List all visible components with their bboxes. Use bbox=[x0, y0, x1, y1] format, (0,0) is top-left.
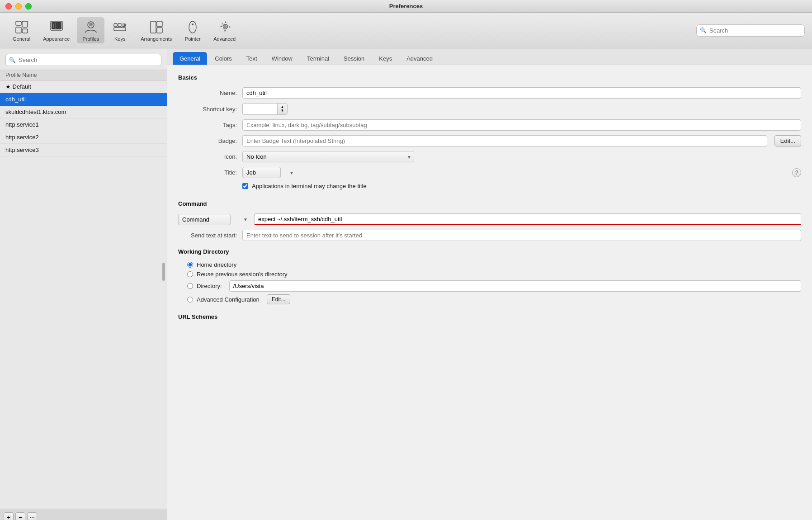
icon-row: Icon: No Icon ▼ bbox=[178, 151, 801, 162]
command-input-row: Login Shell Command Custom Shell ▼ bbox=[178, 213, 801, 225]
wd-directory-input[interactable] bbox=[229, 280, 801, 292]
toolbar-item-appearance-label: Appearance bbox=[43, 36, 70, 42]
tab-window[interactable]: Window bbox=[265, 52, 299, 65]
title-select-arrow: ▼ bbox=[289, 170, 294, 175]
badge-edit-button[interactable]: Edit... bbox=[774, 135, 801, 147]
svg-rect-17 bbox=[157, 28, 162, 33]
profiles-icon bbox=[83, 19, 99, 35]
icon-select-container: No Icon ▼ bbox=[242, 151, 414, 162]
title-select[interactable]: Job Name Session Custom bbox=[242, 167, 281, 178]
send-text-row: Send text at start: bbox=[178, 230, 801, 241]
wd-advanced-label: Advanced Configuration bbox=[197, 296, 260, 303]
apps-change-title-checkbox[interactable] bbox=[242, 183, 248, 189]
wd-advanced-radio[interactable] bbox=[187, 297, 193, 303]
working-dir-section-title: Working Directory bbox=[178, 248, 801, 255]
name-row: Name: bbox=[178, 87, 801, 99]
toolbar-item-appearance[interactable]: Appearance bbox=[38, 17, 75, 43]
wd-reuse-row: Reuse previous session's directory bbox=[187, 271, 801, 278]
name-input[interactable] bbox=[242, 87, 801, 99]
svg-rect-13 bbox=[114, 28, 126, 31]
profile-item-http-service2[interactable]: http.service2 bbox=[0, 131, 167, 144]
more-profile-options-button[interactable]: ⋯ bbox=[27, 512, 37, 520]
sidebar: 🔍 Profile Name ★ Default cdh_util skuldc… bbox=[0, 48, 167, 520]
svg-point-18 bbox=[189, 21, 196, 33]
wd-home-radio[interactable] bbox=[187, 262, 193, 268]
window-controls[interactable] bbox=[5, 3, 32, 9]
command-type-select[interactable]: Login Shell Command Custom Shell bbox=[178, 214, 231, 225]
svg-rect-3 bbox=[22, 29, 28, 33]
tab-keys[interactable]: Keys bbox=[372, 52, 399, 65]
tab-session[interactable]: Session bbox=[337, 52, 371, 65]
tab-colors[interactable]: Colors bbox=[208, 52, 239, 65]
shortcut-key-row: Shortcut key: ▲ ▼ bbox=[178, 103, 801, 115]
appearance-icon bbox=[48, 19, 65, 35]
toolbar-item-arrangements-label: Arrangements bbox=[141, 36, 172, 42]
wd-reuse-label: Reuse previous session's directory bbox=[197, 271, 287, 278]
tab-advanced[interactable]: Advanced bbox=[400, 52, 439, 65]
wd-advanced-edit-button[interactable]: Edit... bbox=[267, 294, 291, 304]
general-icon bbox=[14, 19, 30, 35]
tab-general[interactable]: General bbox=[173, 52, 207, 65]
svg-rect-7 bbox=[55, 22, 56, 29]
right-panel: General Colors Text Window Terminal Sess… bbox=[167, 48, 812, 520]
toolbar-item-keys[interactable]: ⌘ Keys bbox=[106, 17, 133, 43]
icon-select-wrapper: No Icon ▼ bbox=[242, 151, 801, 162]
svg-point-9 bbox=[89, 23, 93, 26]
badge-input[interactable] bbox=[242, 135, 767, 147]
basics-section-title: Basics bbox=[178, 74, 801, 81]
maximize-button[interactable] bbox=[25, 3, 32, 9]
profile-item-default[interactable]: ★ Default bbox=[0, 80, 167, 93]
tab-text[interactable]: Text bbox=[240, 52, 264, 65]
sidebar-search-icon: 🔍 bbox=[9, 57, 16, 63]
tab-terminal[interactable]: Terminal bbox=[300, 52, 336, 65]
toolbar-item-arrangements[interactable]: Arrangements bbox=[135, 17, 177, 43]
toolbar-item-advanced[interactable]: Advanced bbox=[208, 17, 241, 43]
svg-rect-11 bbox=[118, 24, 121, 27]
shortcut-key-wrapper: ▲ ▼ bbox=[242, 103, 801, 115]
profile-list-header: Profile Name bbox=[0, 70, 167, 80]
toolbar-item-profiles[interactable]: Profiles bbox=[77, 17, 104, 43]
apps-change-title-label: Applications in terminal may change the … bbox=[252, 183, 367, 189]
shortcut-key-stepper[interactable]: ▲ ▼ bbox=[277, 104, 287, 114]
shortcut-key-label: Shortcut key: bbox=[178, 106, 237, 113]
command-value-wrapper bbox=[254, 213, 801, 225]
command-value-input[interactable] bbox=[254, 213, 801, 225]
panel-content: Basics Name: Shortcut key: ▲ ▼ bbox=[167, 65, 812, 520]
wd-directory-radio[interactable] bbox=[187, 283, 193, 289]
close-button[interactable] bbox=[5, 3, 12, 9]
sidebar-search-wrapper: 🔍 bbox=[5, 54, 161, 66]
title-help-button[interactable]: ? bbox=[792, 168, 801, 177]
toolbar-item-keys-label: Keys bbox=[114, 36, 125, 42]
toolbar-items: General Appearance bbox=[7, 17, 696, 43]
profile-item-skuldcdhtest1[interactable]: skuldcdhtest1.ktcs.com bbox=[0, 106, 167, 118]
svg-point-19 bbox=[192, 24, 194, 25]
profile-item-cdh-util[interactable]: cdh_util bbox=[0, 93, 167, 106]
icon-select[interactable]: No Icon bbox=[242, 151, 414, 162]
send-text-input[interactable] bbox=[242, 230, 801, 241]
profile-item-http-service1[interactable]: http.service1 bbox=[0, 118, 167, 131]
apps-change-title-checkbox-row: Applications in terminal may change the … bbox=[242, 183, 367, 189]
toolbar-item-pointer[interactable]: Pointer bbox=[179, 17, 206, 43]
add-profile-button[interactable]: + bbox=[4, 512, 14, 520]
title-row-content: Job Name Session Custom ▼ ? bbox=[242, 167, 801, 178]
name-input-wrapper bbox=[242, 87, 801, 99]
minimize-button[interactable] bbox=[15, 3, 22, 9]
title-select-container: Job Name Session Custom ▼ bbox=[242, 167, 297, 178]
title-label: Title: bbox=[178, 169, 237, 176]
toolbar-item-general[interactable]: General bbox=[7, 17, 36, 43]
toolbar-item-pointer-label: Pointer bbox=[185, 36, 201, 42]
keys-icon: ⌘ bbox=[112, 19, 128, 35]
remove-profile-button[interactable]: − bbox=[15, 512, 25, 520]
tags-input[interactable] bbox=[242, 119, 801, 131]
pointer-icon bbox=[184, 19, 201, 35]
main-content: 🔍 Profile Name ★ Default cdh_util skuldc… bbox=[0, 48, 812, 520]
toolbar-item-profiles-label: Profiles bbox=[82, 36, 99, 42]
svg-point-21 bbox=[224, 24, 227, 28]
sidebar-search-input[interactable] bbox=[5, 54, 161, 66]
name-label: Name: bbox=[178, 90, 237, 96]
profile-item-http-service3[interactable]: http.service3 bbox=[0, 144, 167, 156]
wd-reuse-radio[interactable] bbox=[187, 271, 193, 277]
toolbar-search-input[interactable] bbox=[696, 24, 805, 37]
toolbar-item-advanced-label: Advanced bbox=[213, 36, 236, 42]
wd-advanced-row: Advanced Configuration Edit... bbox=[187, 294, 801, 304]
